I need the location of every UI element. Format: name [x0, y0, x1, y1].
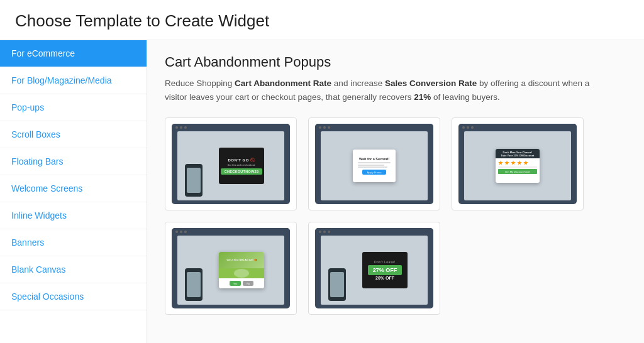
wait-line-1 [358, 162, 391, 163]
browser-screen-2: Wait for a Second! Apply Promo [321, 131, 428, 200]
desc-bold1: Cart Abandonment Rate [235, 79, 331, 88]
browser-top-1 [172, 124, 290, 131]
popup-overlay-3: Don't Miss Your Chance!Take Your 15% Off… [496, 149, 540, 183]
card4-food-img [219, 268, 264, 278]
browser-top-2 [315, 124, 433, 131]
card4-bottom: Yes No [219, 278, 264, 288]
card3-stars [498, 160, 537, 165]
sidebar: For eCommerce For Blog/Magazine/Media Po… [0, 40, 147, 343]
browser-screen-1: DON'T GO 🚫 Use this code at checkout: CH… [177, 131, 284, 200]
star-3 [511, 160, 516, 165]
phone-screen-5 [330, 272, 344, 297]
sidebar-item-scrollboxes[interactable]: Scroll Boxes [0, 121, 147, 148]
off-text: 20% OFF [375, 276, 394, 280]
templates-grid: DON'T GO 🚫 Use this code at checkout: CH… [165, 117, 626, 315]
popup-overlay-5: Don't Leave! 27% OFF 20% OFF [362, 252, 408, 288]
desc-bold2: Sales Conversion Rate [385, 79, 477, 88]
desc-last: of leaving buyers. [431, 92, 500, 102]
card4-popup: Only 5 Free Gifts Are Left 🎁 Yes No [219, 252, 264, 288]
sidebar-item-popups[interactable]: Pop-ups [0, 94, 147, 121]
section-title: Cart Abandonment Popups [165, 54, 626, 70]
card4-text: Only 5 Free Gifts Are Left 🎁 [225, 258, 257, 263]
sidebar-item-blog[interactable]: For Blog/Magazine/Media [0, 67, 147, 94]
dont-leave-text: Don't Leave! [374, 260, 396, 264]
browser-frame-3: Don't Miss Your Chance!Take Your 15% Off… [458, 124, 577, 204]
card4-no: No [243, 281, 253, 286]
dot1 [175, 126, 178, 129]
card3-header: Don't Miss Your Chance!Take Your 15% Off… [496, 149, 540, 158]
browser-frame-4: Only 5 Free Gifts Are Left 🎁 Yes No [172, 228, 290, 308]
sidebar-item-ecommerce[interactable]: For eCommerce [0, 40, 147, 67]
browser-frame-1: DON'T GO 🚫 Use this code at checkout: CH… [172, 124, 290, 204]
desc-percent: 21% [414, 92, 431, 102]
browser-frame-2: Wait for a Second! Apply Promo [315, 124, 433, 204]
dot8 [467, 126, 469, 129]
section-description: Reduce Shopping Cart Abandonment Rate an… [165, 77, 592, 104]
wait-lines [358, 162, 391, 168]
browser-top-5 [315, 228, 433, 236]
dot9 [471, 126, 474, 129]
popup-overlay-2: Wait for a Second! Apply Promo [353, 150, 396, 182]
card3-cta: Get My Discount Now! [498, 169, 537, 174]
phone-mockup-5 [328, 268, 346, 301]
dot11 [180, 231, 182, 233]
card5-popup: Don't Leave! 27% OFF 20% OFF [362, 252, 408, 288]
card4-image: Only 5 Free Gifts Are Left 🎁 [219, 252, 264, 268]
card3-popup: Don't Miss Your Chance!Take Your 15% Off… [496, 149, 540, 183]
popup-overlay-1: DON'T GO 🚫 Use this code at checkout: CH… [219, 148, 264, 184]
star-5 [523, 160, 528, 165]
template-card-2[interactable]: Wait for a Second! Apply Promo [308, 117, 440, 210]
card3-body: Get My Discount Now! [496, 158, 540, 183]
card4-circle [234, 269, 249, 278]
template-card-3[interactable]: Don't Miss Your Chance!Take Your 15% Off… [452, 117, 584, 210]
card2-popup: Wait for a Second! Apply Promo [353, 150, 396, 182]
browser-screen-5: Don't Leave! 27% OFF 20% OFF [321, 236, 428, 305]
dot4 [319, 126, 321, 129]
sidebar-item-specialoccasions[interactable]: Special Occasions [0, 283, 147, 310]
card1-sub: Use this code at checkout: [228, 164, 255, 166]
wait-title: Wait for a Second! [359, 157, 389, 161]
sidebar-item-banners[interactable]: Banners [0, 229, 147, 256]
phone-mockup-1 [185, 164, 203, 197]
page-title: Choose Template to Create Widget [0, 0, 644, 40]
dot12 [184, 231, 187, 233]
star-2 [504, 160, 509, 165]
browser-screen-3: Don't Miss Your Chance!Take Your 15% Off… [464, 131, 571, 200]
desc-mid: and increase [331, 79, 385, 88]
browser-top-3 [458, 124, 577, 131]
template-card-4[interactable]: Only 5 Free Gifts Are Left 🎁 Yes No [165, 222, 297, 315]
dot14 [323, 231, 326, 233]
wait-cta: Apply Promo [362, 170, 387, 175]
sidebar-item-floatingbars[interactable]: Floating Bars [0, 148, 147, 175]
template-card-1[interactable]: DON'T GO 🚫 Use this code at checkout: CH… [165, 117, 297, 210]
dont-go-text: DON'T GO 🚫 [228, 158, 255, 162]
dot5 [323, 126, 326, 129]
dot15 [328, 231, 330, 233]
dot3 [184, 126, 187, 129]
sidebar-item-inlinewidgets[interactable]: Inline Widgets [0, 202, 147, 229]
popup-overlay-4: Only 5 Free Gifts Are Left 🎁 Yes No [219, 252, 264, 288]
sidebar-item-blankcanvas[interactable]: Blank Canvas [0, 256, 147, 283]
wait-line-3 [358, 166, 387, 168]
card4-yes: Yes [230, 281, 242, 286]
dot2 [180, 126, 182, 129]
desc-plain: Reduce Shopping [165, 79, 235, 88]
wait-line-2 [358, 165, 384, 166]
dot7 [462, 126, 465, 129]
coupon-code: CHECKOUTNOW25 [221, 168, 263, 175]
browser-frame-5: Don't Leave! 27% OFF 20% OFF [315, 228, 433, 308]
browser-top-4 [172, 228, 290, 236]
sidebar-item-welcomescreens[interactable]: Welcome Screens [0, 175, 147, 202]
star-1 [498, 160, 503, 165]
browser-screen-4: Only 5 Free Gifts Are Left 🎁 Yes No [177, 236, 284, 305]
content-area: Cart Abandonment Popups Reduce Shopping … [147, 40, 644, 343]
off-badge: 27% OFF [368, 265, 402, 275]
main-layout: For eCommerce For Blog/Magazine/Media Po… [0, 40, 644, 343]
template-card-5[interactable]: Don't Leave! 27% OFF 20% OFF [308, 222, 440, 315]
phone-screen-1 [187, 168, 201, 193]
phone-screen-4 [187, 272, 201, 297]
dot13 [319, 231, 321, 233]
card3-line [498, 166, 537, 168]
dot10 [175, 231, 178, 233]
card1-popup: DON'T GO 🚫 Use this code at checkout: CH… [219, 148, 264, 184]
